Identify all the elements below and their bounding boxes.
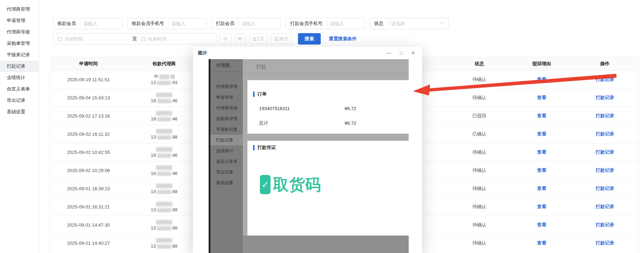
reset-search-link[interactable]: 重置搜索条件: [329, 36, 357, 42]
sidebar-item-export-records[interactable]: 导出记录: [0, 95, 39, 106]
date-filter-bar: 至 今 昨 近7天 近30天 搜索 重置搜索条件: [53, 33, 357, 45]
filter-payee-member: 收款会员: [53, 18, 122, 29]
agent-name-redacted: [127, 201, 201, 207]
agent-phone-redacted: 1846: [127, 116, 201, 122]
view-reject-reason-link[interactable]: 查看: [537, 77, 546, 82]
agent-phone-redacted: 1846: [127, 170, 201, 176]
section-accent-bar: [253, 145, 255, 150]
payer-phone-input[interactable]: [327, 20, 365, 27]
redaction-blur: [157, 172, 171, 176]
view-reject-reason-link[interactable]: 查看: [537, 149, 546, 155]
cell-payee-agent: 1846: [127, 146, 201, 158]
start-date-input[interactable]: [64, 36, 129, 42]
view-reject-reason-link[interactable]: 查看: [537, 113, 546, 118]
search-button[interactable]: 搜索: [298, 33, 321, 45]
view-reject-reason-link[interactable]: 查看: [537, 95, 546, 100]
cell-apply-time: 2025-09-02 10:42:55: [50, 150, 127, 155]
cell-status: 待确认: [446, 76, 512, 83]
date-range-picker[interactable]: 至: [53, 33, 216, 45]
screenshot-page-title: 打款: [243, 59, 409, 74]
payee-phone-input[interactable]: [168, 20, 206, 27]
payment-records-link[interactable]: 打款记录: [596, 113, 614, 118]
view-reject-reason-link[interactable]: 查看: [537, 167, 546, 173]
cell-payee-agent: 中2) 1393: [127, 73, 201, 86]
filter-payer-phone: 打款会员手机号: [286, 18, 365, 29]
cell-apply-time: 2025-09-02 17:13:16: [50, 113, 127, 119]
pickup-code-logo: ✓ 取货码: [260, 175, 409, 194]
calendar-icon: [141, 37, 146, 41]
agent-phone-redacted: 1388: [127, 189, 201, 195]
sidebar-item-performance-stats[interactable]: 业绩统计: [0, 72, 39, 83]
quick-range-yesterday-button[interactable]: 昨: [235, 33, 246, 44]
agent-name-redacted: [127, 110, 201, 116]
date-to-label: 至: [131, 36, 138, 42]
sidebar-item-custom-forms[interactable]: 自定义表单: [0, 83, 39, 95]
payment-records-link[interactable]: 打款记录: [596, 186, 614, 191]
view-reject-reason-link[interactable]: 查看: [537, 240, 546, 246]
agent-phone-redacted: 1846: [127, 152, 201, 158]
payment-records-link[interactable]: 打款记录: [596, 222, 614, 227]
redaction-blur: [156, 220, 172, 224]
maximize-icon[interactable]: □: [400, 51, 403, 55]
redaction-blur: [156, 238, 172, 243]
cell-apply-time: 2025-09-01 14:40:27: [50, 241, 127, 246]
agent-phone-redacted: 1388: [127, 207, 201, 213]
cell-payee-agent: 1388: [127, 201, 201, 213]
redaction-blur: [157, 226, 171, 231]
sidebar-item-basic-settings[interactable]: 基础设置: [0, 106, 39, 118]
payment-records-link[interactable]: 打款记录: [596, 240, 614, 246]
col-apply-time: 申请时间: [50, 61, 127, 67]
payment-records-link[interactable]: 打款记录: [596, 95, 614, 100]
payment-records-link[interactable]: 打款记录: [596, 149, 614, 155]
sidebar-item-payment-records[interactable]: 打款记录: [0, 61, 39, 72]
col-reject-reason: 驳回理由: [512, 61, 571, 67]
filter-label: 打款会员: [211, 20, 239, 27]
voucher-section-header: 打款凭证: [247, 144, 409, 151]
payee-member-input[interactable]: [80, 20, 122, 27]
sidebar-item-application-management[interactable]: 申请管理: [0, 15, 39, 26]
col-payee-agent: 收款代理商: [127, 61, 201, 67]
payment-records-link[interactable]: 打款记录: [596, 204, 614, 209]
minimize-icon[interactable]: —: [387, 51, 391, 55]
agent-name-redacted: [127, 146, 201, 152]
screenshot-sidebar-item: 基础设置: [210, 177, 243, 188]
status-select-input[interactable]: [388, 20, 440, 27]
quick-range-30days-button[interactable]: 近30天: [271, 33, 292, 44]
view-reject-reason-link[interactable]: 查看: [537, 204, 546, 209]
sidebar-item-agent-management[interactable]: 代理商管理: [0, 4, 39, 15]
cell-payee-agent: 1846: [127, 110, 201, 122]
cell-payee-agent: 1388: [127, 128, 201, 140]
agent-phone-redacted: 1846: [127, 98, 201, 104]
view-reject-reason-link[interactable]: 查看: [537, 131, 546, 136]
agent-name-redacted: [127, 164, 201, 170]
filter-label: 状态: [370, 20, 388, 27]
window-controls: — □ ✕: [387, 51, 417, 55]
screenshot-content: 打款 订单 193407516311 ¥6.72 总计 ¥6.72: [243, 59, 409, 253]
agent-phone-redacted: 1388: [127, 134, 201, 140]
filter-label: 收款会员: [53, 20, 80, 27]
voucher-section-title: 打款凭证: [257, 144, 276, 151]
quick-range-today-button[interactable]: 今: [220, 33, 231, 44]
sidebar-item-peer-award-records[interactable]: 平级奖记录: [0, 49, 39, 61]
end-date-input[interactable]: [148, 36, 212, 42]
view-reject-reason-link[interactable]: 查看: [537, 186, 546, 191]
close-icon[interactable]: ✕: [411, 51, 415, 55]
payer-member-input[interactable]: [239, 20, 281, 27]
filter-status-select[interactable]: 状态: [370, 18, 449, 29]
payment-records-link[interactable]: 打款记录: [596, 77, 614, 82]
sidebar: 代理商管理 申请管理 代理商等级 采购单管理 平级奖记录 打款记录 业绩统计 自…: [0, 0, 39, 253]
payment-records-link[interactable]: 打款记录: [596, 131, 614, 136]
view-reject-reason-link[interactable]: 查看: [537, 222, 546, 227]
cell-apply-time: 2025-09-01 16:39:23: [50, 186, 127, 191]
col-status: 状态: [446, 61, 512, 67]
agent-name-redacted: [127, 182, 201, 189]
sidebar-item-purchase-order-management[interactable]: 采购单管理: [0, 38, 39, 49]
screenshot-bottom-strip: [243, 236, 409, 253]
sidebar-item-agent-level[interactable]: 代理商等级: [0, 26, 39, 38]
cell-status: 待确认: [446, 94, 512, 101]
filter-payee-phone: 收款会员手机号: [127, 18, 206, 29]
agent-name-redacted: [127, 237, 201, 243]
quick-range-7days-button[interactable]: 近7天: [249, 33, 268, 44]
redaction-blur: [156, 129, 172, 134]
payment-records-link[interactable]: 打款记录: [596, 167, 614, 173]
